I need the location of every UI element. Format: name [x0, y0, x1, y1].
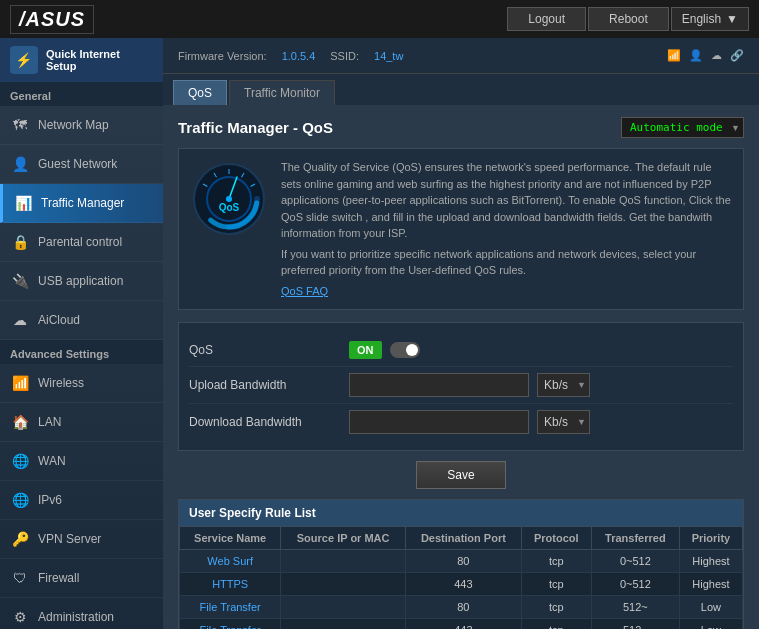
- sidebar-item-label: LAN: [38, 415, 61, 429]
- upload-label: Upload Bandwidth: [189, 378, 349, 392]
- status-icons: 📶 👤 ☁ 🔗: [667, 49, 744, 62]
- col-priority: Priority: [679, 527, 742, 550]
- col-source: Source IP or MAC: [281, 527, 406, 550]
- page-title: Traffic Manager - QoS: [178, 119, 333, 136]
- cell-dest-port: 443: [405, 619, 521, 630]
- asus-logo: /ASUS: [10, 5, 94, 34]
- firmware-label: Firmware Version:: [178, 50, 267, 62]
- cell-priority: Low: [679, 619, 742, 630]
- main-layout: ⚡ Quick Internet Setup General 🗺 Network…: [0, 38, 759, 629]
- sidebar-item-usb-application[interactable]: 🔌 USB application: [0, 262, 163, 301]
- sidebar-item-label: Guest Network: [38, 157, 117, 171]
- download-unit-wrap: Kb/s: [537, 410, 590, 434]
- col-service: Service Name: [180, 527, 281, 550]
- sidebar-item-parental-control[interactable]: 🔒 Parental control: [0, 223, 163, 262]
- sidebar: ⚡ Quick Internet Setup General 🗺 Network…: [0, 38, 163, 629]
- qos-on-button[interactable]: ON: [349, 341, 382, 359]
- tab-qos[interactable]: QoS: [173, 80, 227, 105]
- firmware-bar: Firmware Version: 1.0.5.4 SSID: 14_tw 📶 …: [163, 38, 759, 74]
- language-selector[interactable]: English ▼: [671, 7, 749, 31]
- cell-dest-port: 443: [405, 573, 521, 596]
- download-unit-select[interactable]: Kb/s: [537, 410, 590, 434]
- sidebar-item-wan[interactable]: 🌐 WAN: [0, 442, 163, 481]
- table-row: File Transfer 443 tcp 512~ Low: [180, 619, 743, 630]
- save-button[interactable]: Save: [416, 461, 505, 489]
- cell-protocol: tcp: [521, 619, 591, 630]
- sidebar-item-aicloud[interactable]: ☁ AiCloud: [0, 301, 163, 340]
- sidebar-item-network-map[interactable]: 🗺 Network Map: [0, 106, 163, 145]
- ssid-label: SSID:: [330, 50, 359, 62]
- sidebar-item-wireless[interactable]: 📶 Wireless: [0, 364, 163, 403]
- cell-priority: Highest: [679, 573, 742, 596]
- info-text-block: The Quality of Service (QoS) ensures the…: [281, 159, 733, 299]
- qos-form: QoS ON Upload Bandwidth Kb/s: [178, 322, 744, 451]
- qos-faq-link[interactable]: QoS FAQ: [281, 285, 328, 297]
- sidebar-item-administration[interactable]: ⚙ Administration: [0, 598, 163, 629]
- lan-icon: 🏠: [10, 412, 30, 432]
- sidebar-item-vpn-server[interactable]: 🔑 VPN Server: [0, 520, 163, 559]
- logout-button[interactable]: Logout: [507, 7, 586, 31]
- advanced-section-label: Advanced Settings: [0, 340, 163, 364]
- sidebar-item-firewall[interactable]: 🛡 Firewall: [0, 559, 163, 598]
- sidebar-item-traffic-manager[interactable]: 📊 Traffic Manager: [0, 184, 163, 223]
- chevron-down-icon: ▼: [726, 12, 738, 26]
- upload-unit-select[interactable]: Kb/s: [537, 373, 590, 397]
- quick-setup-label: Quick Internet Setup: [46, 48, 153, 72]
- qos-slider[interactable]: [390, 342, 420, 358]
- download-label: Download Bandwidth: [189, 415, 349, 429]
- cell-transferred: 512~: [591, 596, 679, 619]
- qos-gauge: QoS: [189, 159, 269, 239]
- firewall-icon: 🛡: [10, 568, 30, 588]
- link-icon: 🔗: [730, 49, 744, 62]
- cell-protocol: tcp: [521, 573, 591, 596]
- top-bar: /ASUS Logout Reboot English ▼: [0, 0, 759, 38]
- sidebar-item-label: Traffic Manager: [41, 196, 124, 210]
- parental-control-icon: 🔒: [10, 232, 30, 252]
- info-description: The Quality of Service (QoS) ensures the…: [281, 159, 733, 242]
- usb-icon: 🔌: [10, 271, 30, 291]
- sidebar-item-ipv6[interactable]: 🌐 IPv6: [0, 481, 163, 520]
- cell-protocol: tcp: [521, 550, 591, 573]
- upload-bandwidth-row: Upload Bandwidth Kb/s: [189, 367, 733, 404]
- sidebar-item-label: Administration: [38, 610, 114, 624]
- rule-list-table: Service Name Source IP or MAC Destinatio…: [179, 526, 743, 629]
- cell-source: [281, 550, 406, 573]
- page-content: Traffic Manager - QoS Automatic mode QoS: [163, 105, 759, 629]
- cell-service: File Transfer: [180, 619, 281, 630]
- cell-priority: Highest: [679, 550, 742, 573]
- cell-source: [281, 573, 406, 596]
- user-icon: 👤: [689, 49, 703, 62]
- upload-input[interactable]: [349, 373, 529, 397]
- sidebar-item-guest-network[interactable]: 👤 Guest Network: [0, 145, 163, 184]
- info-box: QoS The Quality of Service (QoS) ensures…: [178, 148, 744, 310]
- sidebar-item-label: USB application: [38, 274, 123, 288]
- download-input[interactable]: [349, 410, 529, 434]
- mode-select[interactable]: Automatic mode: [621, 117, 744, 138]
- reboot-button[interactable]: Reboot: [588, 7, 669, 31]
- wifi-icon: 📶: [667, 49, 681, 62]
- sidebar-item-lan[interactable]: 🏠 LAN: [0, 403, 163, 442]
- cell-priority: Low: [679, 596, 742, 619]
- cell-service: File Transfer: [180, 596, 281, 619]
- firmware-version-link[interactable]: 1.0.5.4: [282, 50, 316, 62]
- upload-unit-wrap: Kb/s: [537, 373, 590, 397]
- table-row: Web Surf 80 tcp 0~512 Highest: [180, 550, 743, 573]
- admin-icon: ⚙: [10, 607, 30, 627]
- wireless-icon: 📶: [10, 373, 30, 393]
- table-title: User Specify Rule List: [179, 500, 743, 526]
- cell-transferred: 512~: [591, 619, 679, 630]
- sidebar-item-label: VPN Server: [38, 532, 101, 546]
- ipv6-icon: 🌐: [10, 490, 30, 510]
- svg-text:QoS: QoS: [219, 202, 240, 213]
- download-control: Kb/s: [349, 410, 733, 434]
- col-dest-port: Destination Port: [405, 527, 521, 550]
- network-map-icon: 🗺: [10, 115, 30, 135]
- cell-service: Web Surf: [180, 550, 281, 573]
- quick-internet-setup[interactable]: ⚡ Quick Internet Setup: [0, 38, 163, 82]
- cloud-icon: ☁: [711, 49, 722, 62]
- ssid-link[interactable]: 14_tw: [374, 50, 403, 62]
- vpn-icon: 🔑: [10, 529, 30, 549]
- tab-traffic-monitor[interactable]: Traffic Monitor: [229, 80, 335, 105]
- page-title-row: Traffic Manager - QoS Automatic mode: [178, 117, 744, 138]
- sidebar-item-label: Parental control: [38, 235, 122, 249]
